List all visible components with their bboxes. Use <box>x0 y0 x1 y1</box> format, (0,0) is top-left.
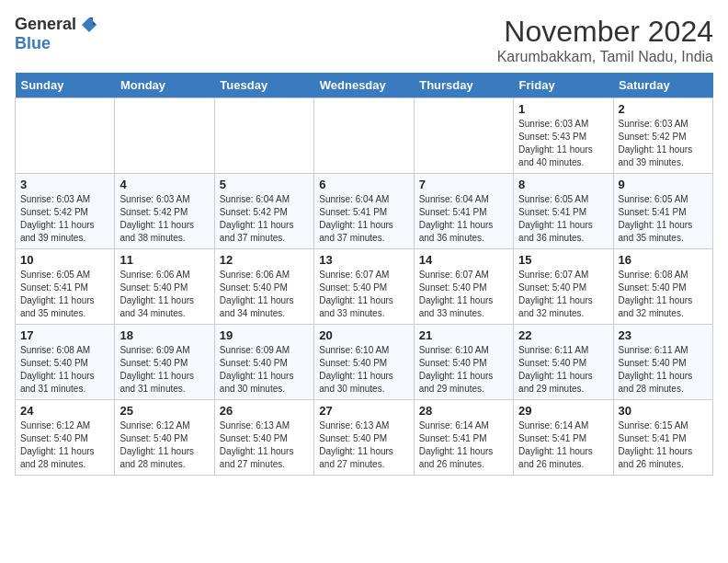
day-cell <box>214 98 313 174</box>
logo-blue-text: Blue <box>15 34 51 52</box>
day-cell: 2Sunrise: 6:03 AM Sunset: 5:42 PM Daylig… <box>613 98 712 174</box>
day-number: 28 <box>419 404 508 418</box>
day-number: 25 <box>119 404 209 418</box>
day-number: 2 <box>619 102 708 116</box>
day-cell: 5Sunrise: 6:04 AM Sunset: 5:42 PM Daylig… <box>214 174 313 249</box>
day-number: 24 <box>20 404 109 418</box>
day-number: 18 <box>119 328 209 342</box>
day-info: Sunrise: 6:13 AM Sunset: 5:40 PM Dayligh… <box>220 419 309 471</box>
day-number: 19 <box>220 328 309 342</box>
day-cell: 17Sunrise: 6:08 AM Sunset: 5:40 PM Dayli… <box>16 325 115 400</box>
day-info: Sunrise: 6:10 AM Sunset: 5:40 PM Dayligh… <box>419 344 508 396</box>
day-info: Sunrise: 6:10 AM Sunset: 5:40 PM Dayligh… <box>319 344 408 396</box>
day-info: Sunrise: 6:06 AM Sunset: 5:40 PM Dayligh… <box>220 269 309 320</box>
day-number: 6 <box>319 178 408 191</box>
day-cell: 20Sunrise: 6:10 AM Sunset: 5:40 PM Dayli… <box>314 325 414 400</box>
day-cell: 29Sunrise: 6:14 AM Sunset: 5:41 PM Dayli… <box>514 400 613 476</box>
day-number: 13 <box>319 253 408 267</box>
day-number: 7 <box>419 178 508 191</box>
day-number: 10 <box>20 253 109 267</box>
day-number: 21 <box>419 328 508 342</box>
day-number: 8 <box>518 178 608 191</box>
day-cell: 30Sunrise: 6:15 AM Sunset: 5:41 PM Dayli… <box>613 400 712 476</box>
weekday-header-friday: Friday <box>514 73 613 98</box>
day-info: Sunrise: 6:11 AM Sunset: 5:40 PM Dayligh… <box>619 344 708 396</box>
week-row-4: 17Sunrise: 6:08 AM Sunset: 5:40 PM Dayli… <box>16 325 713 400</box>
day-number: 12 <box>220 253 309 267</box>
day-info: Sunrise: 6:04 AM Sunset: 5:41 PM Dayligh… <box>319 193 408 245</box>
day-cell <box>115 98 214 174</box>
logo-icon <box>80 16 98 34</box>
day-info: Sunrise: 6:03 AM Sunset: 5:42 PM Dayligh… <box>119 193 209 245</box>
day-cell: 15Sunrise: 6:07 AM Sunset: 5:40 PM Dayli… <box>514 249 613 325</box>
day-cell: 1Sunrise: 6:03 AM Sunset: 5:43 PM Daylig… <box>514 98 613 174</box>
day-cell: 18Sunrise: 6:09 AM Sunset: 5:40 PM Dayli… <box>115 325 214 400</box>
day-number: 4 <box>119 178 209 191</box>
weekday-header-tuesday: Tuesday <box>214 73 313 98</box>
day-number: 27 <box>319 404 408 418</box>
weekday-header-thursday: Thursday <box>414 73 513 98</box>
week-row-3: 10Sunrise: 6:05 AM Sunset: 5:41 PM Dayli… <box>16 249 713 325</box>
day-cell: 6Sunrise: 6:04 AM Sunset: 5:41 PM Daylig… <box>314 174 414 249</box>
day-number: 30 <box>619 404 708 418</box>
day-info: Sunrise: 6:03 AM Sunset: 5:43 PM Dayligh… <box>518 118 608 169</box>
calendar-table: SundayMondayTuesdayWednesdayThursdayFrid… <box>15 73 713 476</box>
day-info: Sunrise: 6:05 AM Sunset: 5:41 PM Dayligh… <box>20 269 109 320</box>
day-info: Sunrise: 6:04 AM Sunset: 5:42 PM Dayligh… <box>220 193 309 245</box>
day-cell <box>414 98 513 174</box>
day-cell: 26Sunrise: 6:13 AM Sunset: 5:40 PM Dayli… <box>214 400 313 476</box>
day-number: 16 <box>619 253 708 267</box>
day-number: 11 <box>119 253 209 267</box>
day-cell: 4Sunrise: 6:03 AM Sunset: 5:42 PM Daylig… <box>115 174 214 249</box>
day-cell: 22Sunrise: 6:11 AM Sunset: 5:40 PM Dayli… <box>514 325 613 400</box>
day-number: 22 <box>518 328 608 342</box>
week-row-1: 1Sunrise: 6:03 AM Sunset: 5:43 PM Daylig… <box>16 98 713 174</box>
logo: General Blue <box>15 15 98 53</box>
day-info: Sunrise: 6:06 AM Sunset: 5:40 PM Dayligh… <box>119 269 209 320</box>
day-info: Sunrise: 6:03 AM Sunset: 5:42 PM Dayligh… <box>619 118 708 169</box>
day-cell <box>314 98 414 174</box>
day-number: 1 <box>518 102 608 116</box>
day-info: Sunrise: 6:08 AM Sunset: 5:40 PM Dayligh… <box>20 344 109 396</box>
day-number: 26 <box>220 404 309 418</box>
day-cell: 28Sunrise: 6:14 AM Sunset: 5:41 PM Dayli… <box>414 400 513 476</box>
day-cell: 8Sunrise: 6:05 AM Sunset: 5:41 PM Daylig… <box>514 174 613 249</box>
day-cell: 7Sunrise: 6:04 AM Sunset: 5:41 PM Daylig… <box>414 174 513 249</box>
day-cell: 9Sunrise: 6:05 AM Sunset: 5:41 PM Daylig… <box>613 174 712 249</box>
day-cell: 10Sunrise: 6:05 AM Sunset: 5:41 PM Dayli… <box>16 249 115 325</box>
day-number: 29 <box>518 404 608 418</box>
week-row-5: 24Sunrise: 6:12 AM Sunset: 5:40 PM Dayli… <box>16 400 713 476</box>
weekday-header-sunday: Sunday <box>16 73 115 98</box>
day-info: Sunrise: 6:08 AM Sunset: 5:40 PM Dayligh… <box>619 269 708 320</box>
day-info: Sunrise: 6:07 AM Sunset: 5:40 PM Dayligh… <box>319 269 408 320</box>
day-info: Sunrise: 6:13 AM Sunset: 5:40 PM Dayligh… <box>319 419 408 471</box>
day-number: 20 <box>319 328 408 342</box>
week-row-2: 3Sunrise: 6:03 AM Sunset: 5:42 PM Daylig… <box>16 174 713 249</box>
weekday-header-wednesday: Wednesday <box>314 73 414 98</box>
day-cell: 3Sunrise: 6:03 AM Sunset: 5:42 PM Daylig… <box>16 174 115 249</box>
title-block: November 2024 Karumbakkam, Tamil Nadu, I… <box>497 15 713 65</box>
day-cell: 19Sunrise: 6:09 AM Sunset: 5:40 PM Dayli… <box>214 325 313 400</box>
page-header: General Blue November 2024 Karumbakkam, … <box>15 15 713 65</box>
day-info: Sunrise: 6:09 AM Sunset: 5:40 PM Dayligh… <box>220 344 309 396</box>
weekday-header-monday: Monday <box>115 73 214 98</box>
day-info: Sunrise: 6:12 AM Sunset: 5:40 PM Dayligh… <box>119 419 209 471</box>
day-info: Sunrise: 6:05 AM Sunset: 5:41 PM Dayligh… <box>518 193 608 245</box>
day-number: 17 <box>20 328 109 342</box>
day-number: 5 <box>220 178 309 191</box>
day-info: Sunrise: 6:14 AM Sunset: 5:41 PM Dayligh… <box>518 419 608 471</box>
logo-general-text: General <box>15 15 76 34</box>
day-cell: 14Sunrise: 6:07 AM Sunset: 5:40 PM Dayli… <box>414 249 513 325</box>
day-number: 15 <box>518 253 608 267</box>
day-info: Sunrise: 6:15 AM Sunset: 5:41 PM Dayligh… <box>619 419 708 471</box>
day-info: Sunrise: 6:09 AM Sunset: 5:40 PM Dayligh… <box>119 344 209 396</box>
day-cell: 11Sunrise: 6:06 AM Sunset: 5:40 PM Dayli… <box>115 249 214 325</box>
day-cell: 25Sunrise: 6:12 AM Sunset: 5:40 PM Dayli… <box>115 400 214 476</box>
day-number: 14 <box>419 253 508 267</box>
day-cell: 16Sunrise: 6:08 AM Sunset: 5:40 PM Dayli… <box>613 249 712 325</box>
day-info: Sunrise: 6:11 AM Sunset: 5:40 PM Dayligh… <box>518 344 608 396</box>
weekday-header-saturday: Saturday <box>613 73 712 98</box>
day-cell: 12Sunrise: 6:06 AM Sunset: 5:40 PM Dayli… <box>214 249 313 325</box>
day-number: 3 <box>20 178 109 191</box>
day-info: Sunrise: 6:05 AM Sunset: 5:41 PM Dayligh… <box>619 193 708 245</box>
